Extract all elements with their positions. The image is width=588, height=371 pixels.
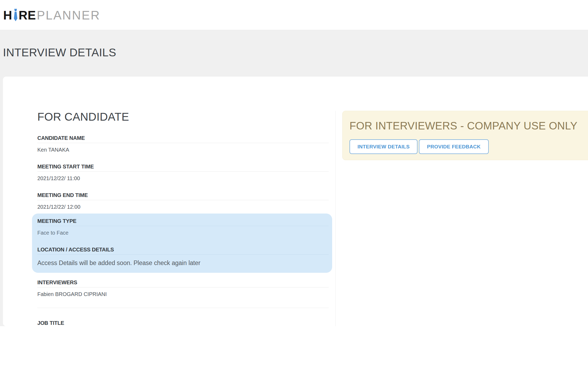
panel-buttons: INTERVIEW DETAILS PROVIDE FEEDBACK bbox=[349, 139, 585, 154]
company-use-panel: FOR INTERVIEWERS - COMPANY USE ONLY INTE… bbox=[342, 111, 588, 160]
field-divider bbox=[37, 200, 329, 200]
tie-icon bbox=[13, 9, 18, 22]
candidate-heading: FOR CANDIDATE bbox=[37, 111, 329, 123]
field-label: MEETING START TIME bbox=[37, 163, 329, 170]
logo-text-planner: PLANNER bbox=[37, 9, 100, 21]
interview-details-card: FOR CANDIDATE CANDIDATE NAME Ken TANAKA … bbox=[3, 77, 588, 326]
field-meeting-end-time: MEETING END TIME 2021/12/22/ 12:00 bbox=[37, 192, 329, 210]
page-title: INTERVIEW DETAILS bbox=[3, 46, 588, 59]
field-divider bbox=[37, 143, 329, 143]
page-band: INTERVIEW DETAILS FOR CANDIDATE CANDIDAT… bbox=[0, 30, 588, 326]
field-location-access-details: LOCATION / ACCESS DETAILS Access Details… bbox=[37, 246, 329, 267]
interviewers-column: FOR INTERVIEWERS - COMPANY USE ONLY INTE… bbox=[335, 111, 588, 326]
meeting-type-highlight-box: MEETING TYPE Face to Face LOCATION / ACC… bbox=[32, 214, 332, 273]
field-value: Face to Face bbox=[37, 229, 329, 236]
field-candidate-name: CANDIDATE NAME Ken TANAKA bbox=[37, 135, 329, 153]
app-logo[interactable]: H RE PLANNER bbox=[3, 9, 100, 21]
field-value: 2021/12/22/ 12:00 bbox=[37, 203, 329, 210]
field-interviewers: INTERVIEWERS Fabien BROGARD CIPRIANI bbox=[37, 279, 329, 298]
field-label: CANDIDATE NAME bbox=[37, 135, 329, 141]
field-job-title: JOB TITLE TESTER bbox=[37, 320, 329, 326]
app-header: H RE PLANNER bbox=[0, 0, 588, 30]
section-divider bbox=[37, 308, 329, 308]
field-label: LOCATION / ACCESS DETAILS bbox=[37, 246, 329, 253]
field-label: MEETING TYPE bbox=[37, 218, 329, 224]
provide-feedback-button[interactable]: PROVIDE FEEDBACK bbox=[419, 139, 488, 154]
company-use-heading: FOR INTERVIEWERS - COMPANY USE ONLY bbox=[349, 120, 585, 132]
field-divider bbox=[37, 226, 329, 226]
field-label: INTERVIEWERS bbox=[37, 279, 329, 286]
field-label: MEETING END TIME bbox=[37, 192, 329, 198]
field-label: JOB TITLE bbox=[37, 320, 329, 326]
logo-text-h: H bbox=[3, 9, 12, 21]
field-divider bbox=[37, 287, 329, 287]
field-value: Fabien BROGARD CIPRIANI bbox=[37, 291, 329, 298]
field-divider bbox=[37, 171, 329, 172]
field-value: Access Details will be added soon. Pleas… bbox=[37, 259, 329, 267]
interview-details-button[interactable]: INTERVIEW DETAILS bbox=[349, 139, 418, 154]
field-divider bbox=[37, 254, 329, 255]
candidate-section: FOR CANDIDATE CANDIDATE NAME Ken TANAKA … bbox=[37, 111, 329, 326]
logo-text-re: RE bbox=[19, 9, 36, 21]
field-value: 2021/12/22/ 11:00 bbox=[37, 175, 329, 182]
field-value: Ken TANAKA bbox=[37, 146, 329, 153]
field-meeting-type: MEETING TYPE Face to Face bbox=[37, 218, 329, 236]
field-meeting-start-time: MEETING START TIME 2021/12/22/ 11:00 bbox=[37, 163, 329, 182]
